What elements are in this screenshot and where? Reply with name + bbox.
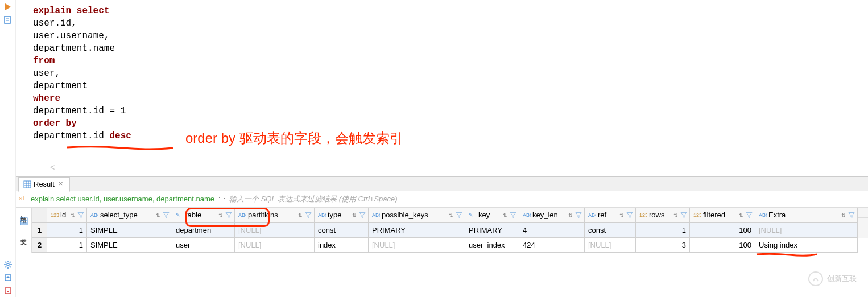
sql-prompt-icon: sT [19,194,27,204]
svg-text:123: 123 [693,212,701,218]
svg-marker-6 [6,276,10,278]
svg-text:ABC: ABC [372,212,380,218]
left-toolbar [0,0,16,297]
cell[interactable]: user_index [465,238,519,253]
svg-rect-9 [24,181,31,188]
grid-icon [23,180,31,188]
column-header-ref[interactable]: ABCref⇅ [585,208,636,223]
annotation-text: order by 驱动表的字段，会触发索引 [185,132,403,145]
svg-text:✎: ✎ [469,212,473,218]
cell[interactable]: SIMPLE [87,238,172,253]
svg-text:ABC: ABC [90,212,98,218]
cell[interactable]: 4 [519,223,585,238]
expand-icon[interactable] [218,194,226,204]
cell[interactable]: 100 [690,223,755,238]
svg-point-4 [7,263,9,266]
cell[interactable]: const [585,223,636,238]
filter-row: sT explain select user.id, user.username… [16,191,868,207]
column-header-table[interactable]: ✎table⇅ [172,208,235,223]
cell[interactable]: 1 [47,223,87,238]
cell[interactable]: index [315,238,369,253]
svg-text:ABC: ABC [238,212,246,218]
svg-text:ABC: ABC [523,212,531,218]
cell[interactable]: 1 [47,238,87,253]
column-header-select_type[interactable]: ABCselect_type⇅ [87,208,172,223]
tab-result-label: Result [34,180,55,188]
table-row[interactable]: 11SIMPLEdepartmen[NULL]constPRIMARYPRIMA… [32,223,858,238]
cell[interactable]: 1 [636,223,690,238]
cell[interactable]: departmen [172,223,235,238]
import-icon[interactable] [3,286,13,297]
script-icon[interactable] [3,15,13,26]
annotation-underline-1 [66,142,174,148]
cell[interactable]: const [315,223,369,238]
cell[interactable]: [NULL] [235,223,315,238]
cell[interactable]: 3 [636,238,690,253]
column-header-id[interactable]: 123id⇅ [47,208,87,223]
sql-editor[interactable]: explain select user.id, user.username, d… [16,0,868,176]
cell[interactable]: PRIMARY [465,223,519,238]
cell[interactable]: Using index [755,238,858,253]
table-row[interactable]: 21SIMPLEuser[NULL]index[NULL]user_index4… [32,238,858,253]
column-header-partitions[interactable]: ABCpartitions⇅ [235,208,315,223]
svg-text:ABC: ABC [588,212,596,218]
svg-text:✎: ✎ [176,212,180,218]
grid-scrollbar-corner [858,208,868,253]
svg-text:123: 123 [51,212,59,218]
column-header-rows[interactable]: 123rows⇅ [636,208,690,223]
svg-marker-8 [6,291,10,292]
filter-input[interactable]: 输入一个 SQL 表达式来过滤结果 (使用 Ctrl+Space) [229,194,865,204]
svg-rect-1 [5,16,10,23]
grid-mode-icon[interactable] [19,217,28,230]
close-icon[interactable]: ✕ [57,180,65,188]
cell[interactable]: [NULL] [369,238,465,253]
run-icon[interactable] [3,2,13,13]
watermark-text: 创新互联 [827,274,857,284]
watermark: 创新互联 [808,271,857,287]
scroll-left-indicator: < [50,162,55,174]
svg-text:sT: sT [19,195,26,201]
result-tabbar: Result ✕ [16,176,868,191]
column-header-filtered[interactable]: 123filtered⇅ [690,208,755,223]
cell[interactable]: PRIMARY [369,223,465,238]
row-number[interactable]: 2 [32,238,47,253]
row-number[interactable]: 1 [32,223,47,238]
cell[interactable]: [NULL] [585,238,636,253]
column-header-possible_keys[interactable]: ABCpossible_keys⇅ [369,208,465,223]
cell[interactable]: user [172,238,235,253]
cell[interactable]: 100 [690,238,755,253]
cell[interactable]: [NULL] [755,223,858,238]
gear-icon[interactable] [3,260,13,271]
svg-text:ABC: ABC [759,212,767,218]
svg-text:ABC: ABC [318,212,326,218]
grid-mode-label-2[interactable]: 长文 [19,230,28,237]
result-grid[interactable]: 123id⇅ABCselect_type⇅✎table⇅ABCpartition… [32,208,858,253]
tab-result[interactable]: Result ✕ [18,177,70,192]
grid-left-gutter: 网格 长文 [16,208,32,253]
column-header-key_len[interactable]: ABCkey_len⇅ [519,208,585,223]
sql-preview-text: explain select user.id, user.username, d… [31,195,214,203]
grid-mode-label[interactable]: 网格 [19,208,28,217]
svg-text:123: 123 [639,212,647,218]
column-header-key[interactable]: ✎key⇅ [465,208,519,223]
cell[interactable]: [NULL] [235,238,315,253]
svg-marker-0 [5,3,11,10]
column-header-Extra[interactable]: ABCExtra⇅ [755,208,858,223]
export-icon[interactable] [3,273,13,284]
cell[interactable]: 424 [519,238,585,253]
cell[interactable]: SIMPLE [87,223,172,238]
column-header-type[interactable]: ABCtype⇅ [315,208,369,223]
svg-rect-15 [20,218,27,225]
